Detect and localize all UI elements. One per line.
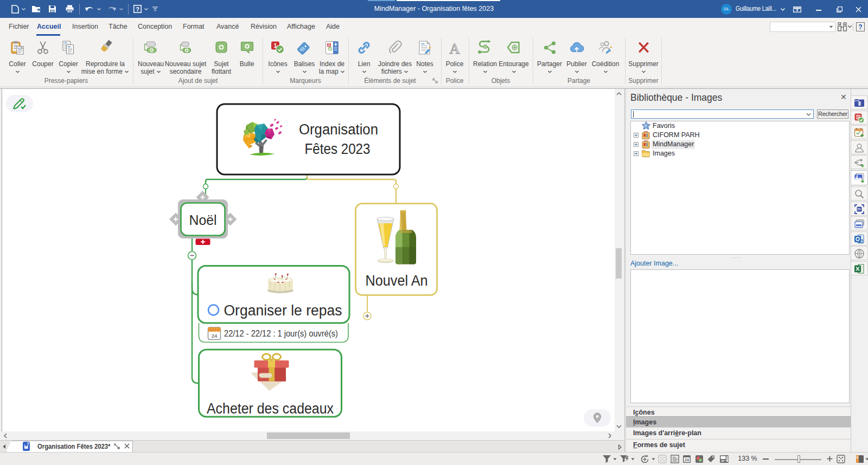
svg-text:Acheter des cadeaux: Acheter des cadeaux (207, 401, 334, 417)
svg-text:24: 24 (212, 333, 218, 339)
svg-text:Fêtes 2023: Fêtes 2023 (305, 141, 371, 157)
svg-text:?: ? (136, 6, 139, 12)
svg-text:O: O (856, 236, 860, 242)
svg-text:Organiser le repas: Organiser le repas (224, 302, 342, 319)
svg-text:Organisation: Organisation (299, 121, 378, 138)
svg-text:Noël: Noël (189, 212, 217, 228)
svg-text:1: 1 (328, 43, 330, 47)
svg-text:Nouvel An: Nouvel An (366, 273, 428, 289)
svg-text:24: 24 (685, 458, 689, 462)
svg-text:22/12 - 22/12 : 1 jour(s) ouvr: 22/12 - 22/12 : 1 jour(s) ouvré(s) (224, 328, 338, 339)
svg-text:A: A (449, 41, 460, 56)
